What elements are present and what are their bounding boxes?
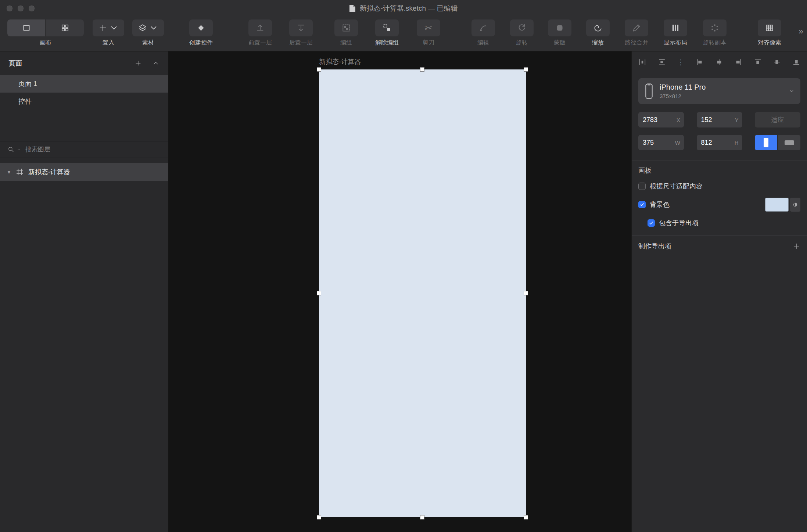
align-center-horizontal-icon[interactable]	[715, 58, 723, 66]
chevron-down-icon	[149, 23, 158, 33]
collapse-pages-icon[interactable]	[152, 60, 159, 67]
color-variable-icon[interactable]	[790, 198, 800, 212]
toolbar-item-ungroup[interactable]: 解除编组	[369, 17, 405, 47]
artboard-icon[interactable]	[7, 19, 45, 36]
add-export-icon[interactable]	[792, 242, 800, 250]
bring-forward-icon[interactable]	[248, 19, 272, 36]
canvas[interactable]: 新拟态-计算器	[169, 51, 631, 532]
sketch-window: 新拟态-计算器.sketch — 已编辑 画布置入素材创建控件前置一层后置一层编…	[0, 0, 807, 532]
portrait-orientation-button[interactable]	[755, 135, 777, 150]
toolbar-item-path-merge[interactable]: 路径合并	[618, 17, 655, 47]
include-export-checkbox[interactable]	[648, 219, 655, 227]
page-item-1[interactable]: 页面 1	[0, 75, 168, 93]
toolbar: 画布置入素材创建控件前置一层后置一层编组解除编组✂剪刀编辑旋转蒙版缩放路径合并显…	[0, 17, 807, 51]
edit-vector-icon[interactable]	[471, 19, 495, 36]
toolbar-item-show-layout[interactable]: 显示布局	[657, 17, 694, 47]
width-field[interactable]: W	[638, 135, 684, 150]
ungroup-icon[interactable]	[375, 19, 399, 36]
toolbar-item-label: 创建控件	[189, 39, 213, 47]
distribute-vertical-icon[interactable]	[658, 58, 666, 66]
y-position-field[interactable]: Y	[697, 112, 742, 127]
resize-handle-ne[interactable]	[524, 67, 528, 72]
resize-handle-w[interactable]	[317, 291, 321, 295]
position-row: X Y 适应	[638, 112, 800, 127]
background-color-checkbox[interactable]	[638, 201, 646, 208]
search-input[interactable]	[25, 146, 161, 153]
align-middle-icon[interactable]	[773, 58, 781, 66]
toolbar-item-scissors[interactable]: ✂剪刀	[410, 17, 447, 47]
w-unit-label: W	[675, 140, 680, 146]
plus-icon[interactable]	[93, 19, 124, 36]
inspector-panel: ⋮ iPhone 11 Pro	[631, 51, 807, 532]
landscape-orientation-button[interactable]	[778, 135, 800, 150]
page-item-symbols[interactable]: 控件	[0, 93, 168, 110]
artboard[interactable]	[319, 69, 526, 517]
close-button[interactable]	[7, 6, 12, 11]
toolbar-item-edit[interactable]: 编辑	[465, 17, 502, 47]
layers-sidebar: 页面 页面 1 控件	[0, 51, 169, 532]
rotate-icon[interactable]	[510, 19, 534, 36]
x-position-field[interactable]: X	[638, 112, 684, 127]
mask-icon[interactable]	[548, 19, 571, 36]
resize-content-checkbox[interactable]	[638, 183, 646, 190]
minimize-button[interactable]	[18, 6, 24, 11]
alignment-toolbar: ⋮	[638, 55, 800, 69]
align-right-icon[interactable]	[734, 58, 742, 66]
send-backward-icon[interactable]	[289, 19, 313, 36]
toolbar-item-bring-forward[interactable]: 前置一层	[242, 17, 279, 47]
grid-icon[interactable]	[46, 19, 84, 36]
search-filter-chevron-icon[interactable]	[17, 148, 21, 152]
diamond-icon[interactable]	[189, 19, 213, 36]
pixel-align-icon[interactable]	[758, 19, 781, 36]
resize-content-row: 根据尺寸适配内容	[638, 182, 800, 191]
toolbar-item-scale[interactable]: 缩放	[580, 17, 616, 47]
device-preset-dropdown[interactable]: iPhone 11 Pro 375×812	[638, 78, 800, 104]
toolbar-item-label: 后置一层	[289, 39, 313, 47]
toolbar-item-rotate-copies[interactable]: 旋转副本	[696, 17, 733, 47]
toolbar-item-label: 素材	[142, 39, 154, 47]
group-icon[interactable]	[334, 19, 358, 36]
toolbar-item-send-backward[interactable]: 后置一层	[283, 17, 319, 47]
align-left-icon[interactable]	[696, 58, 704, 66]
toolbar-item-group[interactable]: 编组	[328, 17, 365, 47]
scale-icon[interactable]	[586, 19, 610, 36]
path-merge-icon[interactable]	[625, 19, 648, 36]
alignment-more-icon[interactable]: ⋮	[677, 58, 684, 66]
scissors-icon[interactable]: ✂	[417, 19, 440, 36]
resize-handle-e[interactable]	[524, 291, 528, 295]
align-bottom-icon[interactable]	[792, 58, 800, 66]
toolbar-item-assets[interactable]: 素材	[130, 17, 166, 47]
size-row: W H	[638, 135, 800, 150]
toolbar-item-insert[interactable]: 置入	[90, 17, 127, 47]
resize-handle-sw[interactable]	[317, 515, 321, 520]
search-icon[interactable]	[7, 146, 15, 153]
layout-icon[interactable]	[664, 19, 687, 36]
toolbar-overflow-icon[interactable]: »	[799, 26, 803, 36]
background-color-swatch[interactable]	[765, 198, 789, 212]
toolbar-item-rotate[interactable]: 旋转	[503, 17, 540, 47]
toolbar-item-create-symbol[interactable]: 创建控件	[183, 17, 219, 47]
resize-handle-n[interactable]	[420, 67, 424, 72]
resize-handle-se[interactable]	[524, 515, 528, 520]
zoom-button[interactable]	[29, 6, 35, 11]
layer-item-artboard[interactable]: ▼ 新拟态-计算器	[0, 163, 168, 181]
height-field[interactable]: H	[697, 135, 742, 150]
fit-button[interactable]: 适应	[755, 112, 800, 127]
distribute-horizontal-icon[interactable]	[638, 58, 646, 66]
toolbar-item-label: 前置一层	[248, 39, 272, 47]
toolbar-item-label: 编辑	[477, 39, 489, 47]
toolbar-item-canvas[interactable]: 画布	[7, 17, 84, 47]
chevron-down-icon	[789, 88, 795, 94]
rotate-copies-icon[interactable]	[703, 19, 727, 36]
artboard-title[interactable]: 新拟态-计算器	[319, 57, 361, 66]
orientation-toggle	[755, 135, 800, 150]
resize-handle-s[interactable]	[420, 515, 424, 520]
add-page-icon[interactable]	[134, 60, 142, 67]
disclosure-triangle-icon[interactable]: ▼	[7, 169, 11, 175]
align-top-icon[interactable]	[754, 58, 762, 66]
toolbar-item-pixel-align[interactable]: 对齐像素	[751, 17, 788, 47]
resize-handle-nw[interactable]	[317, 67, 321, 72]
device-size: 375×812	[660, 93, 706, 99]
layers-icon[interactable]	[132, 19, 164, 36]
toolbar-item-mask[interactable]: 蒙版	[541, 17, 578, 47]
